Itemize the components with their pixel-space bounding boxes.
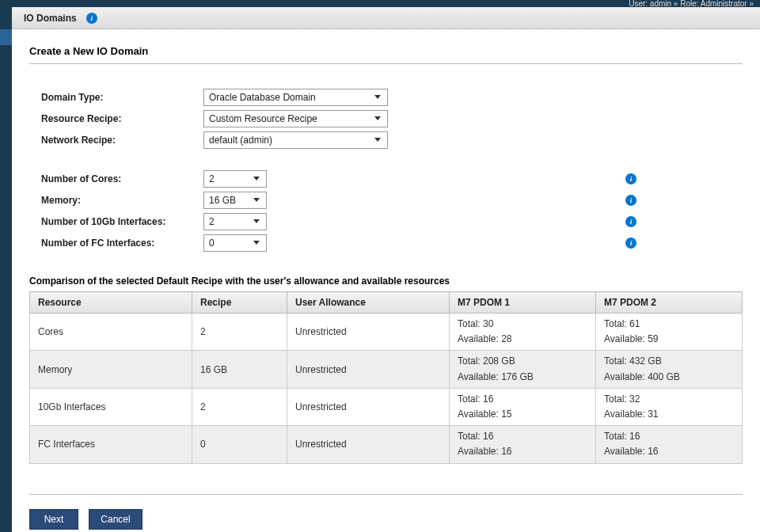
info-icon[interactable]: i — [625, 195, 636, 206]
th-resource: Resource — [30, 292, 192, 314]
row-network-recipe: Network Recipe: default (admin) — [41, 129, 743, 150]
th-recipe: Recipe — [192, 292, 287, 314]
select-network-recipe[interactable]: default (admin) — [203, 131, 388, 149]
page-body: Create a New IO Domain Domain Type: Orac… — [12, 29, 760, 532]
left-rail — [0, 7, 12, 532]
cell-pdom1: Total: 16Available: 15 — [450, 388, 596, 425]
page-rule — [29, 63, 743, 64]
cell-allowance: Unrestricted — [287, 351, 450, 388]
chevron-down-icon — [374, 138, 381, 142]
cell-allowance: Unrestricted — [287, 426, 450, 463]
label-fc: Number of FC Interfaces: — [41, 238, 203, 249]
chevron-down-icon — [253, 198, 260, 202]
row-fc: Number of FC Interfaces: 0 i — [41, 232, 743, 253]
select-value: 2 — [209, 173, 215, 184]
cell-pdom2: Total: 32Available: 31 — [596, 388, 743, 425]
titlebar-title: IO Domains — [24, 13, 77, 24]
select-value: Custom Resource Recipe — [209, 113, 317, 124]
comparison-title: Comparison of the selected Default Recip… — [29, 276, 743, 287]
chevron-down-icon — [253, 219, 260, 223]
table-row: 10Gb Interfaces2UnrestrictedTotal: 16Ava… — [30, 388, 743, 425]
cell-pdom2: Total: 432 GBAvailable: 400 GB — [596, 351, 743, 388]
select-value: Oracle Database Domain — [209, 92, 316, 103]
select-resource-recipe[interactable]: Custom Resource Recipe — [203, 110, 388, 127]
row-memory: Memory: 16 GB i — [41, 189, 743, 211]
th-pdom2: M7 PDOM 2 — [596, 292, 743, 314]
cell-pdom2: Total: 16Available: 16 — [596, 426, 743, 463]
form: Domain Type: Oracle Database Domain Reso… — [41, 86, 743, 253]
label-domain-type: Domain Type: — [41, 92, 203, 103]
cell-recipe: 2 — [192, 314, 287, 351]
chevron-down-icon — [253, 177, 260, 180]
select-value: 0 — [209, 238, 215, 249]
top-status-strip: User: admin » Role: Administrator » — [0, 0, 760, 7]
info-icon[interactable]: i — [625, 173, 636, 184]
select-domain-type[interactable]: Oracle Database Domain — [203, 89, 388, 106]
cell-resource: FC Interfaces — [30, 426, 192, 463]
table-header-row: Resource Recipe User Allowance M7 PDOM 1… — [30, 292, 743, 314]
info-icon[interactable]: i — [625, 216, 636, 227]
chevron-down-icon — [374, 116, 381, 120]
chevron-down-icon — [253, 241, 260, 245]
page-title: Create a New IO Domain — [29, 45, 743, 57]
cell-recipe: 2 — [192, 388, 287, 425]
row-resource-recipe: Resource Recipe: Custom Resource Recipe — [41, 108, 743, 129]
label-network-recipe: Network Recipe: — [41, 135, 203, 146]
row-domain-type: Domain Type: Oracle Database Domain — [41, 86, 743, 108]
cell-pdom2: Total: 61Available: 59 — [596, 314, 743, 351]
select-fc[interactable]: 0 — [203, 234, 267, 252]
label-cores: Number of Cores: — [41, 173, 203, 184]
th-pdom1: M7 PDOM 1 — [450, 292, 596, 314]
th-allowance: User Allowance — [287, 292, 450, 314]
table-row: Memory16 GBUnrestrictedTotal: 208 GBAvai… — [30, 351, 743, 388]
table-row: Cores2UnrestrictedTotal: 30Available: 28… — [30, 314, 743, 351]
cell-resource: 10Gb Interfaces — [30, 388, 192, 425]
titlebar: IO Domains i — [0, 7, 760, 29]
select-10gb[interactable]: 2 — [203, 213, 267, 230]
table-row: FC Interfaces0UnrestrictedTotal: 16Avail… — [30, 426, 743, 463]
label-resource-recipe: Resource Recipe: — [41, 113, 203, 124]
select-cores[interactable]: 2 — [203, 170, 267, 188]
button-bar: Next Cancel — [29, 494, 743, 530]
cell-pdom1: Total: 208 GBAvailable: 176 GB — [450, 351, 596, 388]
cell-resource: Cores — [30, 314, 192, 351]
cell-allowance: Unrestricted — [287, 314, 450, 351]
next-button[interactable]: Next — [29, 509, 78, 530]
row-cores: Number of Cores: 2 i — [41, 168, 743, 189]
cell-pdom1: Total: 30Available: 28 — [450, 314, 596, 351]
cell-recipe: 0 — [192, 426, 287, 463]
cell-recipe: 16 GB — [192, 351, 287, 388]
select-value: 2 — [209, 216, 215, 227]
info-icon[interactable]: i — [625, 238, 636, 249]
select-value: 16 GB — [209, 195, 236, 206]
chevron-down-icon — [374, 95, 381, 99]
cell-allowance: Unrestricted — [287, 388, 450, 425]
cell-pdom1: Total: 16Available: 16 — [450, 426, 596, 463]
left-rail-tab[interactable] — [0, 29, 12, 45]
cancel-button[interactable]: Cancel — [89, 509, 142, 530]
cell-resource: Memory — [30, 351, 192, 388]
select-memory[interactable]: 16 GB — [203, 192, 267, 209]
info-icon[interactable]: i — [86, 13, 97, 24]
row-10gb: Number of 10Gb Interfaces: 2 i — [41, 211, 743, 232]
label-10gb: Number of 10Gb Interfaces: — [41, 216, 203, 227]
select-value: default (admin) — [209, 135, 272, 146]
comparison-table: Resource Recipe User Allowance M7 PDOM 1… — [29, 291, 743, 464]
label-memory: Memory: — [41, 195, 203, 206]
